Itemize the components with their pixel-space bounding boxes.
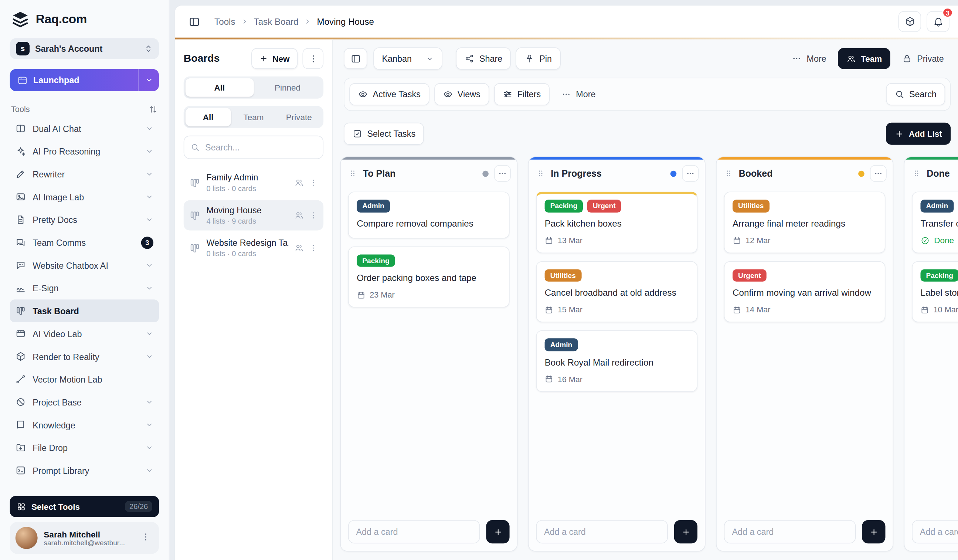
- grip-icon[interactable]: [536, 169, 545, 178]
- private-visibility-button[interactable]: Private: [896, 47, 951, 70]
- toggle-sidebar-button[interactable]: [184, 11, 205, 32]
- tab-visibility-all[interactable]: All: [186, 108, 231, 127]
- view-mode-select[interactable]: Kanban: [373, 47, 443, 70]
- search-button[interactable]: Search: [886, 83, 945, 105]
- column-menu-button[interactable]: [682, 165, 699, 182]
- filters-button[interactable]: Filters: [494, 83, 549, 105]
- tab-visibility-private[interactable]: Private: [276, 108, 322, 127]
- select-tasks-button[interactable]: Select Tasks: [344, 123, 424, 145]
- launchpad-expand-button[interactable]: [138, 69, 159, 91]
- task-card[interactable]: PackingOrder packing boxes and tape23 Ma…: [348, 246, 510, 308]
- sidebar-item-ai-video-lab[interactable]: AI Video Lab: [10, 322, 159, 345]
- board-item-texts: Moving House4 lists · 9 cards: [206, 205, 288, 225]
- sidebar-item-ai-image-lab[interactable]: AI Image Lab: [10, 186, 159, 208]
- card-tags: Packing: [920, 269, 958, 282]
- knowledge-icon: [16, 420, 26, 430]
- active-tasks-button[interactable]: Active Tasks: [349, 83, 429, 105]
- task-card[interactable]: UtilitiesCancel broadband at old address…: [536, 261, 698, 322]
- board-item-moving-house[interactable]: Moving House4 lists · 9 cards: [184, 200, 324, 231]
- grip-icon[interactable]: [348, 169, 357, 178]
- sidebar-item-render-to-reality[interactable]: Render to Reality: [10, 345, 159, 368]
- board-item-actions: [295, 211, 318, 220]
- views-label: Views: [458, 89, 481, 100]
- sidebar-item-ai-pro-reasoning[interactable]: AI Pro Reasoning: [10, 140, 159, 163]
- sidebar-item-knowledge[interactable]: Knowledge: [10, 414, 159, 436]
- user-menu-button[interactable]: [138, 529, 153, 547]
- people-icon[interactable]: [295, 243, 304, 252]
- sidebar-item-file-drop[interactable]: File Drop: [10, 436, 159, 459]
- boards-search-input[interactable]: [184, 136, 324, 159]
- people-icon[interactable]: [295, 178, 304, 187]
- task-card[interactable]: PackingUrgentPack kitchen boxes13 Mar: [536, 192, 698, 253]
- add-card-field[interactable]: Add a card: [348, 520, 480, 543]
- boards-menu-button[interactable]: [302, 48, 324, 69]
- sidebar-item-pretty-docs[interactable]: Pretty Docs: [10, 208, 159, 231]
- kebab-icon: [140, 531, 151, 542]
- task-card[interactable]: AdminCompare removal companies: [348, 192, 510, 238]
- views-button[interactable]: Views: [434, 83, 489, 105]
- kebab-icon[interactable]: [309, 243, 318, 252]
- column-menu-button[interactable]: [494, 165, 511, 182]
- grip-icon[interactable]: [912, 169, 921, 178]
- sidebar-item-vector-motion-lab[interactable]: Vector Motion Lab: [10, 368, 159, 391]
- sidebar-item-e-sign[interactable]: E-Sign: [10, 276, 159, 300]
- card-title: Confirm moving van arrival window: [733, 287, 877, 300]
- column-menu-button[interactable]: [870, 165, 887, 182]
- share-icon: [465, 54, 474, 63]
- task-board-icon: [189, 177, 200, 188]
- share-button[interactable]: Share: [456, 47, 511, 70]
- board-list: Family Admin0 lists · 0 cardsMoving Hous…: [184, 167, 324, 263]
- account-switcher[interactable]: s Sarah's Account: [10, 38, 159, 59]
- new-board-button[interactable]: New: [252, 48, 298, 69]
- chevron-down-icon: [145, 170, 153, 178]
- select-tools-button[interactable]: Select Tools 26/26: [10, 496, 159, 517]
- notifications-button[interactable]: 3: [926, 11, 950, 32]
- team-visibility-button[interactable]: Team: [838, 48, 890, 69]
- tab-visibility-team[interactable]: Team: [231, 108, 276, 127]
- more-button[interactable]: More: [785, 47, 833, 70]
- calendar-icon: [733, 305, 741, 314]
- apps-button[interactable]: [898, 11, 921, 32]
- sidebar-item-task-board[interactable]: Task Board: [10, 300, 159, 322]
- add-card-field[interactable]: Add a card: [724, 520, 856, 543]
- task-card[interactable]: AdminBook Royal Mail redirection16 Mar: [536, 330, 698, 392]
- collapse-boards-panel-button[interactable]: [344, 48, 367, 69]
- people-icon[interactable]: [295, 211, 304, 220]
- filter-more-button[interactable]: More: [554, 83, 603, 105]
- tools-header-label: Tools: [11, 105, 30, 114]
- add-card-button[interactable]: [862, 520, 885, 543]
- tab-scope-all[interactable]: All: [186, 78, 254, 97]
- pin-button[interactable]: Pin: [516, 47, 560, 70]
- launchpad-button[interactable]: Launchpad: [10, 69, 159, 91]
- user-card[interactable]: Sarah Mitchell sarah.mitchell@westbur...: [10, 522, 159, 554]
- kebab-icon[interactable]: [309, 211, 318, 220]
- task-card[interactable]: PackingLabel stor10 Mar: [912, 261, 958, 322]
- chevron-updown-icon: [144, 44, 153, 53]
- logo: Raq.com: [10, 8, 159, 30]
- breadcrumb-tools[interactable]: Tools: [214, 17, 235, 27]
- kebab-icon[interactable]: [309, 178, 318, 187]
- add-card-field[interactable]: Add a card: [536, 520, 668, 543]
- add-card-button[interactable]: [674, 520, 698, 543]
- breadcrumb-task-board[interactable]: Task Board: [254, 17, 299, 27]
- task-card[interactable]: AdminTransfer cDone: [912, 192, 958, 253]
- task-card[interactable]: UrgentConfirm moving van arrival window1…: [724, 261, 885, 322]
- view-mode-value: Kanban: [382, 54, 412, 63]
- sidebar-item-team-comms[interactable]: Team Comms3: [10, 231, 159, 254]
- sidebar-item-project-base[interactable]: Project Base: [10, 391, 159, 414]
- task-card[interactable]: UtilitiesArrange final meter readings12 …: [724, 192, 885, 253]
- sidebar-item-prompt-library[interactable]: Prompt Library: [10, 459, 159, 482]
- add-card-field[interactable]: Add a card: [912, 520, 958, 543]
- sidebar-item-rewriter[interactable]: Rewriter: [10, 163, 159, 186]
- board-item-actions: [295, 243, 318, 252]
- sort-icon[interactable]: [149, 105, 158, 114]
- board-item-family-admin[interactable]: Family Admin0 lists · 0 cards: [184, 167, 324, 198]
- sidebar-item-dual-ai-chat[interactable]: Dual AI Chat: [10, 117, 159, 140]
- grip-icon[interactable]: [724, 169, 733, 178]
- board-item-website-redesign-ta[interactable]: Website Redesign Ta...0 lists · 0 cards: [184, 233, 324, 263]
- add-list-button[interactable]: Add List: [886, 123, 951, 145]
- add-card-button[interactable]: [486, 520, 509, 543]
- ellipsis-h-icon: [498, 169, 507, 178]
- tab-scope-pinned[interactable]: Pinned: [254, 78, 322, 97]
- sidebar-item-website-chatbox-ai[interactable]: Website Chatbox AI: [10, 254, 159, 277]
